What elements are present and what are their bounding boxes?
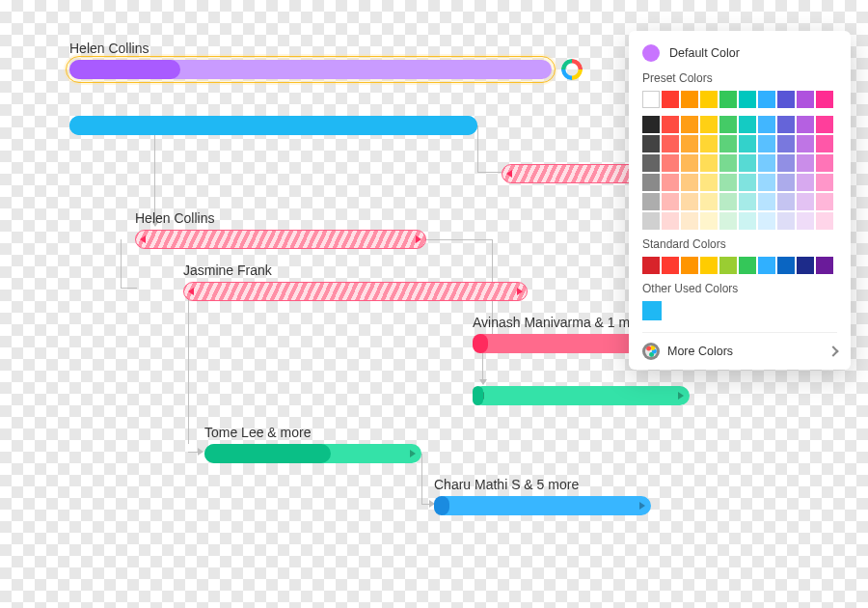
preset-swatch[interactable] bbox=[816, 174, 833, 191]
preset-swatch[interactable] bbox=[797, 91, 814, 108]
preset-swatch[interactable] bbox=[681, 116, 698, 133]
standard-swatch[interactable] bbox=[777, 257, 795, 274]
preset-swatch[interactable] bbox=[719, 193, 737, 210]
color-ring-trigger[interactable] bbox=[561, 59, 583, 80]
preset-swatch[interactable] bbox=[700, 154, 718, 172]
preset-swatch[interactable] bbox=[816, 135, 833, 152]
preset-swatch[interactable] bbox=[662, 116, 679, 133]
used-swatch[interactable] bbox=[642, 301, 662, 320]
preset-swatch[interactable] bbox=[777, 91, 795, 108]
gantt-bar[interactable] bbox=[473, 386, 690, 405]
preset-swatch[interactable] bbox=[681, 212, 698, 230]
preset-swatch[interactable] bbox=[700, 212, 718, 230]
preset-swatch[interactable] bbox=[719, 212, 737, 230]
preset-swatch[interactable] bbox=[662, 154, 679, 172]
preset-swatch[interactable] bbox=[777, 193, 795, 210]
standard-swatch[interactable] bbox=[797, 257, 814, 274]
preset-swatch[interactable] bbox=[816, 193, 833, 210]
preset-swatch[interactable] bbox=[739, 193, 756, 210]
preset-swatch[interactable] bbox=[739, 154, 756, 172]
preset-swatch[interactable] bbox=[758, 154, 775, 172]
gantt-bar-progress bbox=[473, 334, 488, 353]
preset-swatch[interactable] bbox=[777, 116, 795, 133]
preset-swatch[interactable] bbox=[681, 135, 698, 152]
preset-swatch[interactable] bbox=[662, 135, 679, 152]
preset-swatch[interactable] bbox=[777, 212, 795, 230]
gantt-bar[interactable] bbox=[69, 116, 477, 135]
standard-swatch[interactable] bbox=[816, 257, 833, 274]
preset-swatch[interactable] bbox=[642, 154, 660, 172]
preset-swatch[interactable] bbox=[739, 116, 756, 133]
preset-swatch[interactable] bbox=[700, 116, 718, 133]
preset-swatch[interactable] bbox=[642, 193, 660, 210]
preset-swatch[interactable] bbox=[642, 91, 660, 108]
preset-swatch[interactable] bbox=[681, 154, 698, 172]
more-colors-button[interactable]: More Colors bbox=[642, 332, 837, 360]
gantt-bar[interactable] bbox=[204, 444, 421, 463]
preset-swatch[interactable] bbox=[797, 135, 814, 152]
preset-swatch[interactable] bbox=[797, 174, 814, 191]
preset-swatch[interactable] bbox=[719, 91, 737, 108]
preset-swatch[interactable] bbox=[758, 116, 775, 133]
preset-swatch[interactable] bbox=[758, 174, 775, 191]
gantt-bar[interactable] bbox=[434, 496, 651, 515]
preset-swatch[interactable] bbox=[681, 193, 698, 210]
standard-swatch[interactable] bbox=[758, 257, 775, 274]
standard-swatch[interactable] bbox=[700, 257, 718, 274]
preset-swatch[interactable] bbox=[662, 212, 679, 230]
preset-swatch[interactable] bbox=[700, 135, 718, 152]
preset-swatch[interactable] bbox=[739, 174, 756, 191]
preset-swatch[interactable] bbox=[662, 174, 679, 191]
preset-swatch[interactable] bbox=[642, 135, 660, 152]
other-used-heading: Other Used Colors bbox=[642, 282, 837, 295]
preset-swatch[interactable] bbox=[797, 193, 814, 210]
preset-swatch[interactable] bbox=[816, 91, 833, 108]
preset-swatch[interactable] bbox=[642, 174, 660, 191]
standard-swatch[interactable] bbox=[662, 257, 679, 274]
preset-swatch[interactable] bbox=[797, 212, 814, 230]
gantt-bar-progress bbox=[69, 60, 180, 79]
preset-colors-heading: Preset Colors bbox=[642, 71, 837, 85]
preset-swatch[interactable] bbox=[758, 91, 775, 108]
preset-swatch[interactable] bbox=[719, 135, 737, 152]
preset-swatch[interactable] bbox=[758, 135, 775, 152]
preset-swatch[interactable] bbox=[700, 91, 718, 108]
preset-swatch[interactable] bbox=[719, 154, 737, 172]
gantt-bar-progress bbox=[204, 444, 331, 463]
preset-swatch[interactable] bbox=[816, 116, 833, 133]
preset-swatch[interactable] bbox=[797, 154, 814, 172]
preset-swatch[interactable] bbox=[662, 91, 679, 108]
standard-swatch[interactable] bbox=[719, 257, 737, 274]
standard-colors-heading: Standard Colors bbox=[642, 237, 837, 251]
preset-swatch[interactable] bbox=[739, 91, 756, 108]
standard-swatch[interactable] bbox=[642, 257, 660, 274]
dependency-line bbox=[188, 291, 190, 444]
preset-swatch[interactable] bbox=[758, 212, 775, 230]
preset-swatch[interactable] bbox=[719, 174, 737, 191]
preset-swatch[interactable] bbox=[816, 212, 833, 230]
preset-swatch[interactable] bbox=[681, 91, 698, 108]
dependency-line bbox=[482, 353, 484, 384]
gantt-bar-progress bbox=[434, 496, 449, 515]
default-color-swatch[interactable] bbox=[642, 44, 660, 62]
preset-swatch[interactable] bbox=[797, 116, 814, 133]
preset-swatch[interactable] bbox=[777, 135, 795, 152]
preset-swatch[interactable] bbox=[662, 193, 679, 210]
preset-swatch[interactable] bbox=[719, 116, 737, 133]
preset-swatch[interactable] bbox=[681, 174, 698, 191]
preset-swatch[interactable] bbox=[642, 212, 660, 230]
gantt-bar[interactable] bbox=[69, 60, 552, 79]
preset-swatch[interactable] bbox=[700, 174, 718, 191]
gantt-bar[interactable] bbox=[135, 230, 426, 249]
preset-swatch[interactable] bbox=[739, 135, 756, 152]
preset-swatch[interactable] bbox=[777, 174, 795, 191]
preset-swatch[interactable] bbox=[777, 154, 795, 172]
preset-swatch[interactable] bbox=[816, 154, 833, 172]
gantt-bar[interactable] bbox=[183, 282, 528, 301]
preset-swatch[interactable] bbox=[642, 116, 660, 133]
standard-swatch[interactable] bbox=[681, 257, 698, 274]
preset-swatch[interactable] bbox=[700, 193, 718, 210]
preset-swatch[interactable] bbox=[758, 193, 775, 210]
preset-swatch[interactable] bbox=[739, 212, 756, 230]
standard-swatch[interactable] bbox=[739, 257, 756, 274]
